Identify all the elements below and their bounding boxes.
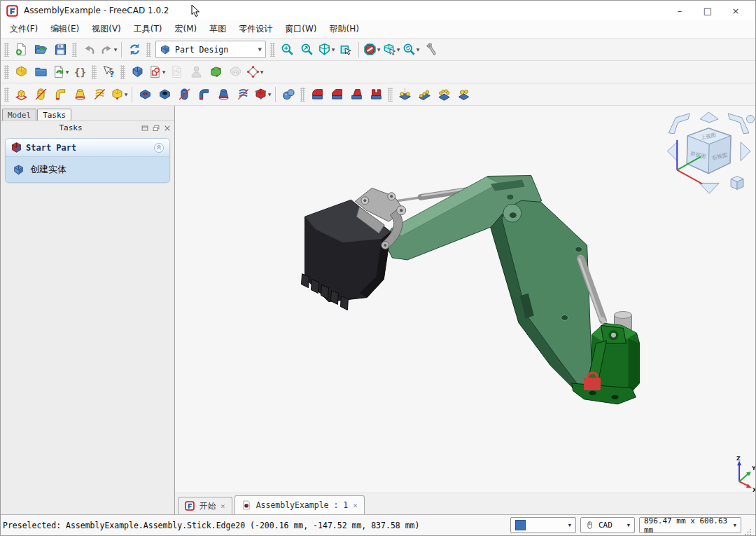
menu-item-macro[interactable]: 宏(M) (169, 22, 204, 36)
collapse-section-icon[interactable] (153, 142, 164, 153)
thickness-button[interactable] (367, 85, 385, 104)
zoom-sync-icon (402, 43, 416, 56)
redo-button[interactable]: ▼ (99, 41, 118, 59)
additive-pipe-button[interactable] (51, 85, 69, 104)
group-button[interactable] (31, 63, 50, 81)
open-file-button[interactable] (31, 41, 50, 59)
new-sketch-button[interactable]: ▼ (148, 63, 166, 81)
mirrored-button[interactable] (396, 85, 414, 104)
3d-viewport[interactable]: 上视图 前视图 右视图 (175, 106, 755, 514)
person-button[interactable] (187, 63, 205, 81)
chevron-down-icon[interactable]: ▼ (125, 92, 128, 97)
task-section-header[interactable]: Start Part (6, 139, 169, 157)
subtractive-helix-button[interactable] (234, 85, 252, 104)
map-sketch-button[interactable] (206, 63, 225, 81)
clip-plane-button[interactable]: ▼ (363, 41, 381, 59)
navigation-style-selector[interactable]: CAD ▼ (580, 517, 635, 533)
close-icon[interactable]: × (220, 502, 225, 511)
save-button[interactable] (51, 41, 69, 59)
menu-item-view[interactable]: 视图(V) (85, 22, 127, 36)
view-cube-button[interactable]: ▼ (317, 41, 335, 59)
menu-item-windows[interactable]: 窗口(W) (279, 22, 323, 36)
select-box-button[interactable] (337, 41, 355, 59)
workbench-selector[interactable]: Part Design▼ (155, 41, 266, 58)
measure-button[interactable] (421, 41, 440, 59)
pad-button[interactable] (12, 85, 30, 104)
zoom-sync-button[interactable]: ▼ (402, 41, 420, 59)
new-file-button[interactable] (12, 41, 30, 59)
chevron-down-icon[interactable]: ▼ (416, 47, 420, 52)
fillet-ball-button[interactable] (279, 85, 298, 104)
navigation-cube[interactable]: 上视图 前视图 右视图 (667, 112, 754, 193)
pad-icon (15, 88, 28, 101)
zoom-fit-button[interactable] (298, 41, 316, 59)
chevron-down-icon[interactable]: ▼ (397, 47, 400, 52)
minimize-button[interactable]: – (666, 6, 694, 16)
chevron-down-icon[interactable]: ▼ (260, 69, 264, 74)
std-part-button[interactable] (12, 63, 30, 81)
chevron-down-icon[interactable]: ▼ (332, 47, 335, 52)
linear-pattern-button[interactable] (415, 85, 433, 104)
freecad-window: AssemblyExample - FreeCAD 1.0.2 – □ × 文件… (0, 0, 756, 536)
groove-button[interactable] (175, 85, 193, 104)
additive-helix-button[interactable] (90, 85, 108, 104)
make-link-button[interactable]: ▼ (51, 63, 69, 81)
chamfer-button[interactable] (328, 85, 346, 104)
subtractive-box-button[interactable]: ▼ (253, 85, 272, 104)
body-button[interactable] (128, 63, 146, 81)
edit-sketch-button[interactable] (167, 63, 186, 81)
subtractive-loft-icon (217, 88, 230, 101)
subtractive-loft-button[interactable] (214, 85, 232, 104)
pocket-button[interactable] (136, 85, 154, 104)
draw-style-selector[interactable]: ▼ (510, 517, 576, 533)
menu-item-help[interactable]: 帮助(H) (323, 22, 365, 36)
multi-transform-button[interactable] (454, 85, 472, 104)
expression-button[interactable]: {} (71, 63, 89, 81)
close-button[interactable]: × (722, 6, 750, 16)
undo-button[interactable] (80, 41, 98, 59)
chevron-down-icon[interactable]: ▼ (268, 92, 272, 97)
chevron-down-icon[interactable]: ▼ (162, 69, 166, 74)
group-icon (34, 65, 48, 78)
panel-dock-icon[interactable] (141, 124, 149, 132)
cube-cursor-button[interactable]: ▼ (382, 41, 400, 59)
panel-tab-tasks[interactable]: Tasks (37, 109, 71, 121)
additive-box-button[interactable]: ▼ (110, 85, 128, 104)
whats-this-button[interactable]: ? (99, 63, 118, 81)
toolbar-grip (120, 65, 125, 79)
resize-grip[interactable] (741, 514, 753, 536)
excavator-assembly[interactable] (302, 175, 640, 404)
chevron-down-icon[interactable]: ▼ (377, 47, 381, 52)
view-dimension-selector[interactable]: 896.47 mm x 600.63 mm ▼ (639, 517, 741, 533)
toolbar-grip (146, 43, 151, 57)
mdi-tab-start[interactable]: 开始× (178, 497, 232, 514)
menu-item-tools[interactable]: 工具(T) (127, 22, 169, 36)
menu-item-edit[interactable]: 编辑(E) (44, 22, 85, 36)
polar-pattern-button[interactable] (435, 85, 453, 104)
menu-item-sketch[interactable]: 草图 (203, 22, 232, 36)
panel-close-icon[interactable] (163, 124, 172, 132)
revolution-button[interactable] (31, 85, 50, 104)
menu-item-file[interactable]: 文件(F) (4, 22, 44, 36)
subtractive-pipe-button[interactable] (195, 85, 213, 104)
panel-float-icon[interactable] (152, 124, 160, 132)
chevron-down-icon[interactable]: ▼ (66, 69, 69, 74)
panel-tab-model[interactable]: Model (2, 109, 36, 121)
refresh-button[interactable] (125, 41, 144, 59)
create-body-item[interactable]: 创建实体 (13, 163, 162, 176)
chevron-down-icon[interactable]: ▼ (114, 47, 118, 52)
navcube-mini-cube-icon[interactable] (731, 176, 743, 189)
fillet-button[interactable] (308, 85, 326, 104)
menu-item-part-design[interactable]: 零件设计 (232, 22, 279, 36)
zoom-in-button[interactable] (278, 41, 296, 59)
maximize-button[interactable]: □ (694, 6, 722, 16)
draft-button[interactable] (347, 85, 365, 104)
hole-button[interactable] (155, 85, 174, 104)
close-icon[interactable]: × (353, 501, 358, 510)
sketch-elements-button[interactable]: ▼ (246, 63, 264, 81)
status-message: Preselected: AssemblyExample.Assembly.St… (3, 521, 506, 530)
carbon-copy-button[interactable] (226, 63, 244, 81)
mdi-tab-document[interactable]: AssemblyExample : 1× (234, 495, 365, 514)
additive-loft-button[interactable] (71, 85, 89, 104)
bucket[interactable] (302, 200, 391, 310)
